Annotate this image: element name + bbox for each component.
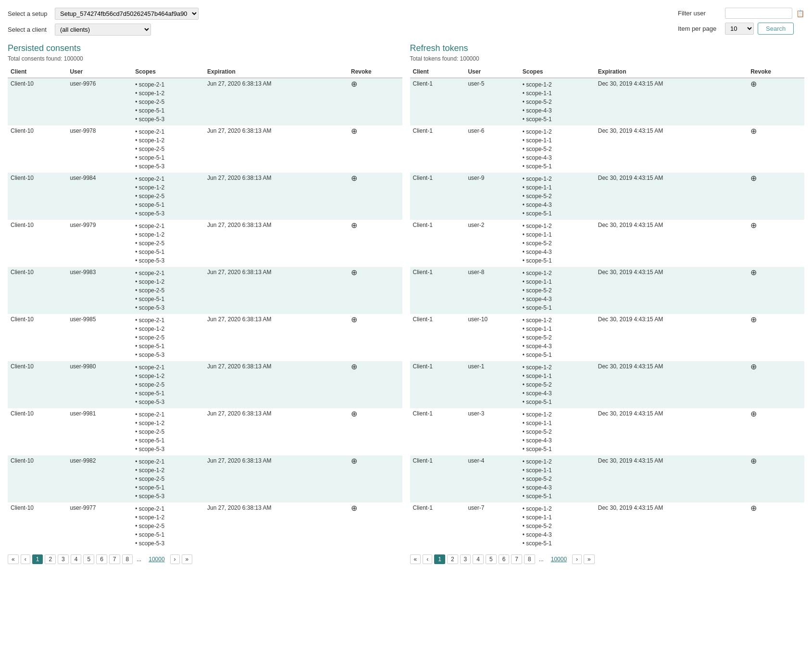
setup-row: Select a setup Setup_574274fb56cd7d50262… <box>8 8 199 20</box>
page-button[interactable]: 1 <box>434 554 445 564</box>
cell-expiration: Jun 27, 2020 6:38:13 AM <box>204 408 348 455</box>
page-button[interactable]: 4 <box>473 554 484 564</box>
page-button[interactable]: ‹ <box>21 554 30 564</box>
cell-scopes: scope-2-1scope-1-2scope-2-5scope-5-1scop… <box>132 503 204 550</box>
page-button[interactable]: « <box>8 554 19 564</box>
cell-scopes: scope-1-2scope-1-1scope-5-2scope-4-3scop… <box>520 455 595 503</box>
scope-item: scope-2-1 <box>135 504 201 513</box>
table-row: Client-10user-9976scope-2-1scope-1-2scop… <box>8 78 402 126</box>
page-button[interactable]: 8 <box>524 554 535 564</box>
left-controls: Select a setup Setup_574274fb56cd7d50262… <box>8 8 199 36</box>
items-per-page-select[interactable]: 10 25 50 <box>725 23 754 35</box>
revoke-button[interactable]: ⊕ <box>351 80 357 88</box>
page-button[interactable]: 2 <box>447 554 458 564</box>
page-button[interactable]: 6 <box>96 554 107 564</box>
page-button[interactable]: 4 <box>71 554 82 564</box>
page-button[interactable]: 8 <box>122 554 133 564</box>
page-button[interactable]: 2 <box>45 554 56 564</box>
revoke-button[interactable]: ⊕ <box>750 222 757 229</box>
revoke-button[interactable]: ⊕ <box>750 175 757 182</box>
page-button[interactable]: » <box>584 554 595 564</box>
client-select[interactable]: (all clients) <box>55 24 151 36</box>
page-button[interactable]: 3 <box>460 554 471 564</box>
cell-client: Client-1 <box>410 314 465 361</box>
table-row: Client-1user-6scope-1-2scope-1-1scope-5-… <box>410 126 805 173</box>
scope-item: scope-5-1 <box>523 351 592 359</box>
cell-expiration: Jun 27, 2020 6:38:13 AM <box>204 173 348 220</box>
cell-expiration: Dec 30, 2019 4:43:15 AM <box>595 361 748 408</box>
page-button[interactable]: ‹ <box>423 554 432 564</box>
revoke-button[interactable]: ⊕ <box>750 316 757 324</box>
search-button[interactable]: Search <box>758 23 794 35</box>
revoke-button[interactable]: ⊕ <box>351 410 357 418</box>
revoke-button[interactable]: ⊕ <box>750 80 757 88</box>
page-button[interactable]: 7 <box>511 554 522 564</box>
filter-icon[interactable]: 📋 <box>796 10 804 17</box>
cell-revoke: ⊕ <box>748 126 804 173</box>
revoke-button[interactable]: ⊕ <box>750 269 757 277</box>
page-button[interactable]: 10000 <box>145 555 168 564</box>
cell-client: Client-1 <box>410 173 465 220</box>
revoke-button[interactable]: ⊕ <box>351 222 357 229</box>
page-button[interactable]: 10000 <box>548 555 570 564</box>
scope-item: scope-5-2 <box>523 333 592 342</box>
cell-user: user-10 <box>465 314 519 361</box>
scope-item: scope-5-2 <box>523 145 592 153</box>
table-row: Client-10user-9985scope-2-1scope-1-2scop… <box>8 314 402 361</box>
scope-item: scope-5-1 <box>523 256 592 265</box>
scope-item: scope-2-1 <box>135 363 201 372</box>
revoke-button[interactable]: ⊕ <box>750 457 757 465</box>
client-label: Select a client <box>8 26 51 33</box>
page-button[interactable]: » <box>182 554 193 564</box>
cell-client: Client-10 <box>8 503 67 550</box>
revoke-button[interactable]: ⊕ <box>351 457 357 465</box>
table-row: Client-1user-7scope-1-2scope-1-1scope-5-… <box>410 503 805 550</box>
page-button[interactable]: 6 <box>499 554 510 564</box>
scope-item: scope-1-2 <box>135 136 201 145</box>
cell-expiration: Jun 27, 2020 6:38:13 AM <box>204 126 348 173</box>
revoke-button[interactable]: ⊕ <box>351 363 357 371</box>
scope-item: scope-5-1 <box>135 342 201 351</box>
table-row: Client-10user-9980scope-2-1scope-1-2scop… <box>8 361 402 408</box>
cell-expiration: Dec 30, 2019 4:43:15 AM <box>595 78 748 126</box>
consents-pagination: «‹12345678...10000›» <box>8 554 402 564</box>
revoke-button[interactable]: ⊕ <box>750 127 757 135</box>
page-button[interactable]: 7 <box>109 554 120 564</box>
tokens-subtitle: Total tokens found: 100000 <box>410 55 805 62</box>
cell-revoke: ⊕ <box>748 455 804 503</box>
page-button[interactable]: › <box>170 554 180 564</box>
cell-scopes: scope-2-1scope-1-2scope-2-5scope-5-1scop… <box>132 408 204 455</box>
page-button[interactable]: 3 <box>58 554 69 564</box>
cell-client: Client-10 <box>8 267 67 314</box>
cell-scopes: scope-2-1scope-1-2scope-2-5scope-5-1scop… <box>132 173 204 220</box>
consents-panel: Persisted consents Total consents found:… <box>8 43 402 564</box>
scope-item: scope-5-3 <box>135 539 201 548</box>
scope-item: scope-2-5 <box>135 239 201 248</box>
revoke-button[interactable]: ⊕ <box>351 316 357 324</box>
cell-revoke: ⊕ <box>348 503 402 550</box>
revoke-button[interactable]: ⊕ <box>750 410 757 418</box>
cell-expiration: Dec 30, 2019 4:43:15 AM <box>595 314 748 361</box>
revoke-button[interactable]: ⊕ <box>750 504 757 512</box>
cell-scopes: scope-1-2scope-1-1scope-5-2scope-4-3scop… <box>520 78 595 126</box>
cell-expiration: Dec 30, 2019 4:43:15 AM <box>595 455 748 503</box>
page-button[interactable]: « <box>410 554 421 564</box>
cell-scopes: scope-2-1scope-1-2scope-2-5scope-5-1scop… <box>132 455 204 503</box>
revoke-button[interactable]: ⊕ <box>351 504 357 512</box>
page-button[interactable]: 5 <box>83 554 94 564</box>
revoke-button[interactable]: ⊕ <box>351 127 357 135</box>
scope-item: scope-4-3 <box>523 295 592 303</box>
filter-user-input[interactable] <box>725 8 792 19</box>
page-button[interactable]: 5 <box>486 554 497 564</box>
setup-select[interactable]: Setup_574274fb56cd7d50262457b464af9a90 <box>55 8 199 20</box>
cell-user: user-9983 <box>67 267 132 314</box>
revoke-button[interactable]: ⊕ <box>750 363 757 371</box>
scope-item: scope-1-2 <box>523 222 592 230</box>
revoke-button[interactable]: ⊕ <box>351 175 357 182</box>
page-button[interactable]: › <box>572 554 582 564</box>
cell-user: user-9 <box>465 173 519 220</box>
scope-item: scope-1-1 <box>523 325 592 333</box>
page-button[interactable]: 1 <box>32 554 43 564</box>
revoke-button[interactable]: ⊕ <box>351 269 357 277</box>
tokens-col-scopes: Scopes <box>520 66 595 78</box>
